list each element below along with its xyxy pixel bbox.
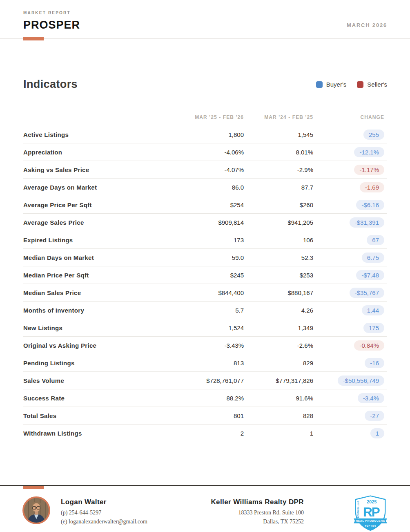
previous-period-value: 87.7 — [244, 184, 313, 191]
change-cell: -3.4% — [313, 393, 387, 403]
change-badge: -$6.16 — [356, 200, 384, 210]
column-header-change: CHANGE — [313, 114, 387, 120]
change-cell: 6.75 — [313, 253, 387, 263]
report-eyebrow: MARKET REPORT — [23, 11, 387, 15]
avatar — [22, 496, 50, 524]
current-period-value: 2 — [162, 430, 244, 437]
column-header-current: MAR '25 - FEB '26 — [162, 114, 244, 120]
indicator-label: Active Listings — [23, 131, 162, 138]
badge-region: NORTH DALLAS — [357, 501, 359, 518]
indicator-label: Average Price Per Sqft — [23, 201, 162, 208]
market-report-page: MARKET REPORT PROSPER MARCH 2026 Indicat… — [0, 0, 410, 532]
table-row: Average Days on Market 86.0 87.7 -1.69 — [23, 179, 387, 196]
current-period-value: 1,800 — [162, 131, 244, 138]
office-address-line1: 18333 Preston Rd. Suite 100 — [194, 508, 304, 517]
change-cell: -12.1% — [313, 147, 387, 157]
agent-name: Logan Walter — [61, 494, 147, 506]
previous-period-value: 4.26 — [244, 307, 313, 314]
change-badge: -16 — [365, 358, 384, 368]
indicators-section: Indicators Buyer's Seller's MAR '25 - FE… — [0, 78, 410, 442]
previous-period-value: 91.6% — [244, 395, 313, 402]
legend-item-buyers: Buyer's — [316, 81, 347, 88]
table-row: Appreciation -4.06% 8.01% -12.1% — [23, 143, 387, 161]
change-badge: -$7.48 — [356, 270, 384, 280]
change-badge: -$50,556,749 — [338, 376, 384, 386]
change-badge: 6.75 — [362, 253, 384, 263]
current-period-value: 88.2% — [162, 395, 244, 402]
change-badge: -$31,391 — [350, 217, 384, 228]
indicator-label: Pending Listings — [23, 360, 162, 367]
change-badge: 67 — [367, 235, 384, 245]
table-row: Pending Listings 813 829 -16 — [23, 354, 387, 372]
change-badge: 175 — [363, 323, 384, 333]
indicator-label: Sales Volume — [23, 377, 162, 384]
legend: Buyer's Seller's — [316, 81, 387, 88]
badge-initials: RP — [363, 505, 379, 519]
current-period-value: 801 — [162, 412, 244, 419]
current-period-value: 813 — [162, 360, 244, 367]
table-row: Asking vs Sales Price -4.07% -2.9% -1.17… — [23, 161, 387, 179]
indicator-label: Success Rate — [23, 395, 162, 402]
indicator-label: New Listings — [23, 324, 162, 331]
section-title: Indicators — [23, 78, 78, 91]
current-period-value: $245 — [162, 272, 244, 279]
indicators-table: MAR '25 - FEB '26 MAR '24 - FEB '25 CHAN… — [23, 114, 387, 442]
change-badge: 1 — [370, 428, 384, 438]
previous-period-value: 52.3 — [244, 254, 313, 261]
indicator-label: Appreciation — [23, 149, 162, 156]
change-badge: -0.84% — [354, 340, 384, 351]
previous-period-value: 8.01% — [244, 149, 313, 156]
current-period-value: 173 — [162, 237, 244, 244]
change-badge: 255 — [363, 130, 384, 140]
current-period-value: $844,400 — [162, 289, 244, 296]
table-row: Average Sales Price $909,814 $941,205 -$… — [23, 214, 387, 231]
previous-period-value: 106 — [244, 237, 313, 244]
footer-divider-line — [0, 485, 410, 486]
change-badge: -1.17% — [354, 165, 384, 175]
office-address-line2: Dallas, TX 75252 — [194, 517, 304, 526]
previous-period-value: $880,167 — [244, 289, 313, 296]
agent-photo-illustration — [24, 498, 49, 523]
indicator-label: Average Days on Market — [23, 184, 162, 191]
change-cell: 1 — [313, 428, 387, 438]
table-row: Sales Volume $728,761,077 $779,317,826 -… — [23, 372, 387, 389]
change-badge: -12.1% — [354, 147, 384, 157]
indicator-label: Months of Inventory — [23, 307, 162, 314]
current-period-value: 5.7 — [162, 307, 244, 314]
change-cell: -27 — [313, 411, 387, 421]
change-cell: 255 — [313, 130, 387, 140]
table-row: Median Days on Market 59.0 52.3 6.75 — [23, 249, 387, 266]
page-title: PROSPER — [23, 19, 387, 31]
header-divider — [0, 37, 410, 40]
indicator-label: Original vs Asking Price — [23, 342, 162, 349]
table-row: Median Price Per Sqft $245 $253 -$7.48 — [23, 266, 387, 284]
agent-email: (e) loganalexanderwalter@gmail.com — [61, 517, 147, 526]
change-cell: -1.69 — [313, 182, 387, 192]
sellers-swatch-icon — [357, 81, 363, 88]
badge-tier: TOP 500 — [365, 525, 376, 527]
change-badge: -27 — [365, 411, 384, 421]
header-divider-line — [0, 38, 410, 39]
indicators-table-body: Active Listings 1,800 1,545 255 Apprecia… — [23, 126, 387, 442]
office-block: Keller Williams Realty DPR 18333 Preston… — [194, 494, 354, 526]
previous-period-value: -2.6% — [244, 342, 313, 349]
previous-period-value: 828 — [244, 412, 313, 419]
current-period-value: -4.06% — [162, 149, 244, 156]
change-cell: -$31,391 — [313, 217, 387, 228]
table-row: New Listings 1,524 1,349 175 — [23, 319, 387, 337]
indicator-label: Average Sales Price — [23, 219, 162, 226]
current-period-value: $254 — [162, 201, 244, 208]
real-producers-badge-icon: 2025 NORTH DALLAS RP REAL PRODUCERS TOP … — [354, 495, 387, 532]
agent-phone: (p) 254-644-5297 — [61, 508, 147, 517]
table-row: Active Listings 1,800 1,545 255 — [23, 126, 387, 143]
indicator-label: Expired Listings — [23, 237, 162, 244]
current-period-value: -4.07% — [162, 166, 244, 173]
indicator-label: Median Sales Price — [23, 289, 162, 296]
change-cell: 67 — [313, 235, 387, 245]
current-period-value: 86.0 — [162, 184, 244, 191]
table-row: Months of Inventory 5.7 4.26 1.44 — [23, 302, 387, 319]
footer-divider — [0, 485, 410, 486]
agent-block: Logan Walter (p) 254-644-5297 (e) logana… — [22, 494, 194, 526]
table-row: Success Rate 88.2% 91.6% -3.4% — [23, 389, 387, 407]
change-cell: -$7.48 — [313, 270, 387, 280]
